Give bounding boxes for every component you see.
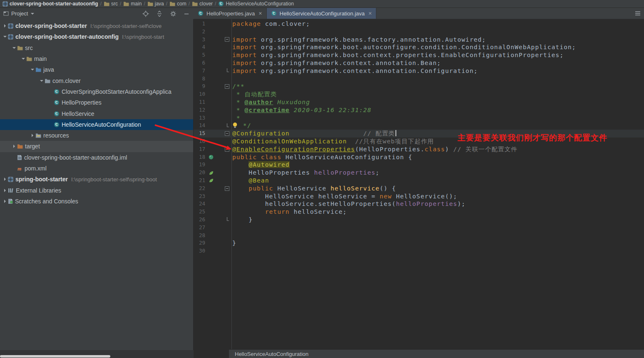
code-line[interactable]: 27 — [194, 224, 644, 232]
code-line[interactable]: 1package com.clover; — [194, 20, 644, 28]
code-line[interactable]: 17@EnableConfigurationProperties(HelloPr… — [194, 145, 644, 153]
tree-item[interactable]: CHelloProperties — [0, 97, 193, 108]
code-line[interactable]: 13 * — [194, 114, 644, 122]
close-icon[interactable]: × — [259, 10, 262, 16]
code-line[interactable]: 26 } — [194, 216, 644, 224]
code-text: import org.springframework.boot.context.… — [231, 51, 564, 59]
locate-icon[interactable] — [142, 10, 149, 17]
fold-end-icon[interactable] — [218, 123, 231, 128]
tree-item[interactable]: main — [0, 53, 193, 64]
code-line[interactable]: 16@ConditionalOnWebApplication //只有在web项… — [194, 138, 644, 145]
code-line[interactable]: 18public class HelloServiceAutoConfigura… — [194, 153, 644, 161]
code-line[interactable]: 5import org.springframework.boot.context… — [194, 51, 644, 59]
code-line[interactable]: 8 — [194, 75, 644, 83]
code-line[interactable]: 4import org.springframework.boot.autocon… — [194, 43, 644, 51]
tabs-menu-icon[interactable] — [635, 8, 644, 19]
tree-item[interactable]: java — [0, 64, 193, 75]
editor-tab[interactable]: CHelloProperties.java× — [194, 8, 267, 19]
tree-item[interactable]: spring-boot-starterI:\springboot-starter… — [0, 174, 193, 185]
chevron-right-icon[interactable] — [2, 188, 8, 193]
tree-item[interactable]: CHelloService — [0, 108, 193, 119]
fold-minus-icon[interactable] — [218, 147, 231, 152]
tree-item[interactable]: clover-spring-boot-starterI:\springboot-… — [0, 20, 193, 31]
fold-minus-icon[interactable] — [218, 131, 231, 136]
breadcrumb-item[interactable]: com — [169, 1, 187, 7]
scrollbar-thumb[interactable] — [0, 355, 110, 358]
code-text: /** — [231, 83, 245, 90]
code-text: * @author Huxudong — [231, 98, 310, 106]
code-line[interactable]: 28 — [194, 232, 644, 240]
code-line[interactable]: 2 — [194, 28, 644, 36]
code-line[interactable]: 12 * @createTime 2020-03-16 22:31:28 — [194, 106, 644, 114]
breadcrumb-item[interactable]: java — [147, 1, 165, 7]
chevron-right-icon[interactable] — [29, 133, 35, 138]
tree-item[interactable]: com.clover — [0, 75, 193, 86]
code-line[interactable]: 21 @Bean — [194, 177, 644, 185]
code-line[interactable]: 20 HelloProperties helloProperties; — [194, 169, 644, 177]
code-line[interactable]: 14 */ — [194, 122, 644, 130]
fold-minus-icon[interactable] — [218, 37, 231, 42]
tree-item[interactable]: CHelloServiceAutoConfiguration — [0, 119, 193, 130]
code-line[interactable]: 10 * 自动配置类 — [194, 90, 644, 98]
bean-gutter-icon[interactable] — [205, 155, 218, 160]
code-line[interactable]: 30 — [194, 247, 644, 255]
code-line[interactable]: 29} — [194, 239, 644, 247]
project-tree-hscrollbar[interactable] — [0, 350, 194, 358]
tree-item[interactable]: target — [0, 141, 193, 152]
code-line[interactable]: 19 @Autowired — [194, 161, 644, 169]
tree-item[interactable]: clover-spring-boot-starter-autoconfig.im… — [0, 152, 193, 163]
chevron-right-icon[interactable] — [11, 144, 17, 148]
code-line[interactable]: 25 return helloService; — [194, 208, 644, 216]
leaf-gutter-icon[interactable] — [205, 178, 218, 183]
chevron-right-icon[interactable] — [2, 24, 8, 28]
breadcrumb-item[interactable]: CHelloServiceAutoConfiguration — [217, 1, 294, 7]
code-line[interactable]: 11 * @author Huxudong — [194, 98, 644, 106]
fold-end-icon[interactable] — [218, 68, 231, 73]
code-line[interactable]: 7import org.springframework.context.anno… — [194, 67, 644, 75]
breadcrumb-separator: / — [144, 1, 145, 7]
code-line[interactable]: 24 helloService.setHelloProperties(hello… — [194, 200, 644, 208]
code-line[interactable]: 15@Configuration // 配置类 — [194, 130, 644, 138]
chevron-down-icon[interactable] — [29, 68, 35, 72]
tree-item[interactable]: Scratches and Consoles — [0, 196, 193, 207]
line-number: 4 — [194, 43, 205, 51]
code-line[interactable]: 22 public HelloService helloService() { — [194, 185, 644, 193]
chevron-down-icon[interactable] — [30, 12, 35, 16]
scratches-icon — [8, 198, 13, 204]
editor[interactable]: 1package com.clover;23import org.springf… — [194, 19, 644, 349]
chevron-right-icon[interactable] — [2, 177, 8, 181]
tree-item[interactable]: CCloverSpringBootStarterAutoconfigApplic… — [0, 86, 193, 97]
tree-item[interactable]: src — [0, 43, 193, 53]
breadcrumb-item[interactable]: clover — [191, 1, 214, 7]
collapse-all-icon[interactable] — [156, 10, 163, 17]
gear-icon[interactable] — [170, 10, 177, 17]
breadcrumb-item[interactable]: main — [122, 1, 142, 7]
tree-item[interactable]: clover-spring-boot-starter-autoconfigI:\… — [0, 31, 193, 42]
intention-bulb-icon[interactable] — [232, 122, 238, 128]
chevron-down-icon[interactable] — [2, 35, 8, 39]
editor-tab[interactable]: CHelloServiceAutoConfiguration.java× — [267, 8, 377, 19]
breadcrumb-item[interactable]: src — [103, 1, 119, 7]
code-line[interactable]: 9/** — [194, 83, 644, 90]
chevron-right-icon[interactable] — [2, 199, 8, 203]
leaf-gutter-icon[interactable] — [205, 170, 218, 175]
project-tool-icon — [3, 11, 9, 16]
fold-minus-icon[interactable] — [218, 84, 231, 89]
tree-item[interactable]: External Libraries — [0, 185, 193, 195]
code-line[interactable]: 3import org.springframework.beans.factor… — [194, 36, 644, 44]
breadcrumb-item[interactable]: clover-spring-boot-starter-autoconfig — [2, 1, 99, 7]
chevron-down-icon[interactable] — [38, 79, 45, 83]
tree-item[interactable]: mpom.xml — [0, 163, 193, 174]
chevron-down-icon[interactable] — [11, 46, 17, 50]
code-area: 1package com.clover;23import org.springf… — [194, 20, 644, 255]
tree-item[interactable]: resources — [0, 130, 193, 141]
breadcrumb-class[interactable]: HelloServiceAutoConfiguration — [235, 351, 308, 357]
minimize-icon[interactable] — [184, 11, 189, 17]
close-icon[interactable]: × — [368, 10, 372, 16]
fold-minus-icon[interactable] — [218, 186, 231, 191]
project-panel-title[interactable]: Project — [11, 10, 28, 17]
code-line[interactable]: 6import org.springframework.context.anno… — [194, 59, 644, 67]
chevron-down-icon[interactable] — [20, 57, 26, 61]
fold-end-icon[interactable] — [218, 217, 231, 222]
code-line[interactable]: 23 HelloService helloService = new Hello… — [194, 193, 644, 200]
